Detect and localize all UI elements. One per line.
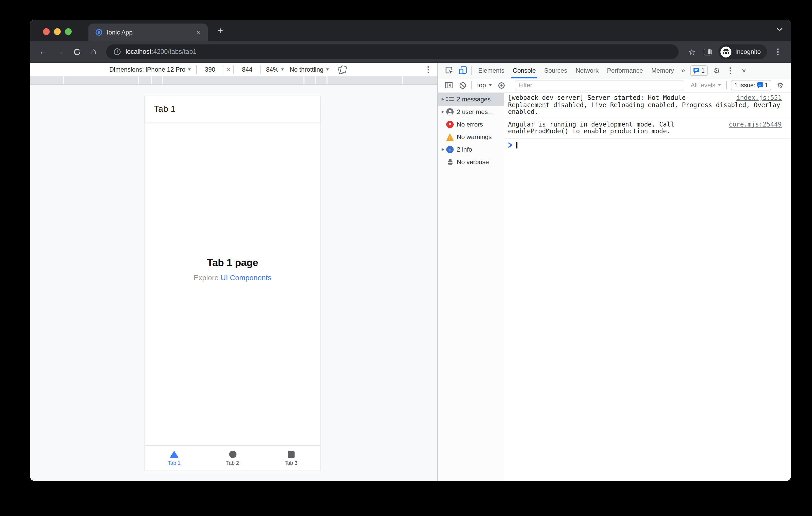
console-sidebar-item[interactable]: No errors — [438, 118, 504, 131]
devtools-tab[interactable]: Console — [509, 62, 540, 78]
app-tab-icon — [229, 451, 236, 458]
devtools-tab[interactable]: Memory — [647, 62, 678, 78]
tab-search-chevron-icon[interactable] — [776, 28, 783, 31]
device-height-input[interactable] — [234, 65, 261, 74]
devtools-tab[interactable]: Sources — [540, 62, 571, 78]
console-settings-gear-icon[interactable]: ⚙ — [773, 79, 787, 92]
side-panel-icon[interactable] — [701, 45, 715, 59]
throttling-select[interactable]: No throttling — [290, 66, 329, 73]
console-filter-input[interactable] — [515, 80, 684, 90]
browser-tab-strip: Ionic App × + — [30, 20, 791, 41]
ui-components-link[interactable]: UI Components — [221, 273, 271, 282]
disclosure-triangle-icon[interactable] — [442, 148, 444, 151]
console-message-list: index.js:551 [webpack-dev-server] Server… — [504, 93, 791, 138]
inspect-element-icon[interactable] — [442, 63, 456, 77]
devtools-menu-icon[interactable]: ⋮ — [724, 63, 737, 77]
media-query-ruler — [30, 76, 437, 85]
device-select[interactable]: Dimensions: iPhone 12 Pro — [109, 66, 191, 73]
app-tab-item[interactable]: Tab 3 — [262, 446, 320, 471]
log-levels-select[interactable]: All levels — [691, 82, 721, 89]
console-sidebar-item[interactable]: 2 messages — [438, 93, 504, 105]
console-message: core.mjs:25449 Angular is running in dev… — [504, 119, 791, 138]
console-prompt[interactable] — [504, 138, 791, 148]
source-link[interactable]: core.mjs:25449 — [729, 121, 782, 128]
context-value: top — [477, 82, 486, 89]
forward-icon[interactable]: → — [53, 44, 67, 59]
disclosure-triangle-icon[interactable] — [442, 110, 444, 114]
rotate-device-icon[interactable] — [339, 65, 346, 73]
chevron-down-icon — [188, 68, 191, 70]
issue-label: 1 Issue: — [734, 82, 755, 88]
throttling-value: No throttling — [290, 66, 323, 73]
sidebar-item-label: 2 user mes… — [457, 108, 494, 116]
console-sidebar-item[interactable]: No warnings — [438, 131, 504, 143]
issue-count: 1 — [765, 82, 768, 88]
divider — [726, 81, 727, 89]
app-tab-label: Tab 3 — [285, 460, 297, 465]
browser-tab[interactable]: Ionic App × — [88, 24, 208, 41]
site-info-icon[interactable] — [114, 48, 121, 55]
incognito-profile-chip[interactable]: Incognito — [719, 44, 767, 59]
tab-close-icon[interactable]: × — [194, 28, 202, 36]
new-tab-button[interactable]: + — [214, 25, 227, 37]
home-icon[interactable]: ⌂ — [86, 44, 101, 59]
sidebar-item-label: No verbose — [457, 158, 489, 166]
emulation-area: Tab 1 Tab 1 page Explore UI Components — [30, 85, 437, 481]
levels-value: All levels — [691, 82, 716, 89]
sidebar-item-icon — [446, 121, 454, 128]
zoom-value: 84% — [266, 66, 279, 73]
toggle-device-toolbar-icon[interactable] — [456, 63, 469, 77]
app-tab-label: Tab 1 — [168, 460, 180, 466]
more-tabs-chevron[interactable]: » — [678, 66, 688, 74]
back-icon[interactable]: ← — [36, 44, 51, 59]
source-link[interactable]: index.js:551 — [736, 95, 782, 102]
app-header: Tab 1 — [145, 96, 320, 122]
url-path: :4200/tabs/tab1 — [151, 48, 197, 55]
message-text: Angular is running in development mode. … — [508, 121, 674, 135]
device-name: iPhone 12 Pro — [146, 66, 185, 73]
device-toolbar-menu-icon[interactable]: ⋮ — [424, 65, 432, 74]
window-content: Dimensions: iPhone 12 Pro × 84% N — [30, 63, 791, 481]
issues-count: 1 — [701, 67, 705, 73]
browser-menu-icon[interactable]: ⋮ — [771, 45, 785, 59]
url-text: localhost:4200/tabs/tab1 — [125, 48, 197, 55]
sidebar-item-icon — [446, 158, 454, 166]
live-expression-eye-icon[interactable] — [495, 79, 508, 92]
window-close-button[interactable] — [43, 28, 50, 35]
devtools-close-icon[interactable]: × — [737, 63, 751, 77]
address-bar[interactable]: localhost:4200/tabs/tab1 — [106, 44, 679, 59]
issues-button[interactable]: 1 Issue: 1 — [731, 80, 771, 90]
clear-console-icon[interactable] — [456, 79, 469, 92]
device-width-input[interactable] — [197, 65, 224, 74]
issue-chat-icon — [694, 67, 700, 73]
settings-gear-icon[interactable]: ⚙ — [710, 63, 724, 77]
devtools-tab[interactable]: Elements — [474, 62, 509, 78]
devtools-tab[interactable]: Performance — [603, 62, 647, 78]
incognito-label: Incognito — [735, 48, 761, 55]
bookmark-star-icon[interactable]: ☆ — [685, 45, 699, 59]
zoom-select[interactable]: 84% — [266, 66, 284, 73]
browser-toolbar: ← → ⌂ localhost:4200/tabs/tab1 — [30, 41, 791, 63]
sidebar-item-label: No errors — [457, 121, 483, 128]
reload-icon[interactable] — [69, 44, 84, 59]
issues-badge[interactable]: 1 — [690, 65, 708, 75]
page-subtitle: Explore UI Components — [145, 273, 320, 282]
execution-context-select[interactable]: top — [474, 82, 495, 89]
app-content: Tab 1 page Explore UI Components — [145, 122, 320, 446]
console-sidebar-item[interactable]: No verbose — [438, 156, 504, 168]
sidebar-item-label: 2 messages — [457, 96, 491, 103]
disclosure-triangle-icon[interactable] — [442, 98, 444, 101]
window-minimize-button[interactable] — [54, 28, 61, 35]
app-tab-item[interactable]: Tab 2 — [203, 446, 262, 471]
console-sidebar-item[interactable]: 2 info — [438, 143, 504, 156]
page-title: Tab 1 page — [145, 257, 320, 269]
app-tab-bar: Tab 1 Tab 2 Tab 3 — [145, 446, 320, 471]
app-tab-item[interactable]: Tab 1 — [145, 446, 203, 471]
sidebar-item-label: 2 info — [457, 146, 472, 153]
devtools-tab[interactable]: Network — [571, 62, 603, 78]
window-zoom-button[interactable] — [65, 28, 72, 35]
devtools-panel: Elements Console Sources Network Perform… — [437, 63, 791, 481]
console-sidebar-item[interactable]: 2 user mes… — [438, 105, 504, 118]
divider — [471, 81, 472, 89]
console-sidebar-toggle-icon[interactable] — [442, 79, 456, 92]
